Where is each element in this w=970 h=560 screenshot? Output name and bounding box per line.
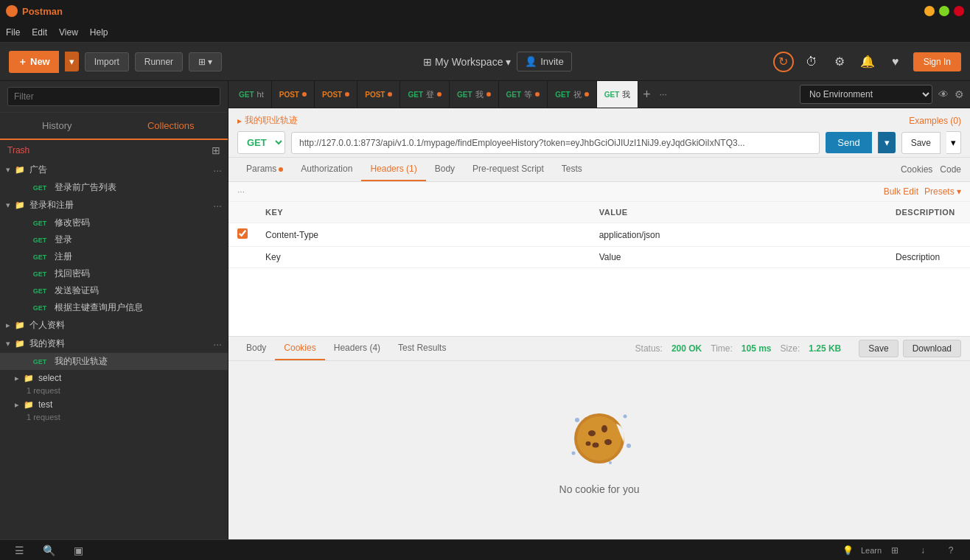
folder-login[interactable]: ▾ 📁 登录和注册 ···: [0, 196, 228, 214]
status-label: Status:: [635, 343, 663, 354]
close-button[interactable]: [954, 6, 964, 16]
response-tab-body[interactable]: Body: [237, 337, 275, 360]
value-cell-placeholder[interactable]: Value: [590, 247, 887, 268]
examples-link[interactable]: Examples (0): [909, 116, 961, 126]
layout-button[interactable]: ⊞ ▾: [189, 52, 222, 71]
tab-params[interactable]: Params: [237, 158, 292, 181]
tab-authorization[interactable]: Authorization: [292, 158, 361, 181]
notifications-button[interactable]: 🔔: [857, 52, 878, 72]
workspace-button[interactable]: ⊞ My Workspace ▾: [423, 56, 511, 68]
list-item[interactable]: GET 发送验证码: [0, 282, 228, 299]
tab-headers[interactable]: Headers (1): [361, 158, 425, 181]
row-checkbox[interactable]: [237, 228, 248, 239]
menu-edit[interactable]: Edit: [32, 27, 47, 38]
import-button[interactable]: Import: [85, 52, 129, 71]
send-dropdown-button[interactable]: ▾: [878, 132, 896, 153]
folder-ads[interactable]: ▾ 📁 广告 ···: [0, 161, 228, 179]
save-dropdown-button[interactable]: ▾: [946, 131, 961, 154]
search-input[interactable]: [7, 87, 220, 106]
folder-test[interactable]: ▸ 📁 test: [0, 396, 228, 413]
list-item[interactable]: GET 登录: [0, 231, 228, 248]
tab-method-label: GET: [555, 91, 571, 99]
new-dropdown-button[interactable]: ▾: [65, 52, 79, 71]
menu-file[interactable]: File: [6, 27, 20, 38]
trash-label[interactable]: Trash: [7, 145, 29, 155]
sidebar-toggle-button[interactable]: ☰: [9, 540, 29, 561]
presets-button[interactable]: Presets ▾: [924, 186, 961, 197]
tab-item[interactable]: GET 祝: [548, 81, 597, 108]
minimize-button[interactable]: [924, 6, 935, 16]
menu-help[interactable]: Help: [90, 27, 108, 38]
layout-icon[interactable]: ⊞: [884, 540, 905, 561]
help-icon[interactable]: ?: [941, 540, 961, 561]
folder-select[interactable]: ▸ 📁 select: [0, 370, 228, 386]
value-cell[interactable]: application/json: [590, 223, 887, 247]
response-save-button[interactable]: Save: [859, 340, 898, 357]
list-item-active[interactable]: GET 我的职业轨迹: [0, 353, 228, 370]
sign-in-button[interactable]: Sign In: [913, 52, 961, 71]
folder-personal[interactable]: ▸ 📁 个人资料: [0, 316, 228, 335]
url-input[interactable]: [291, 132, 820, 154]
tab-item[interactable]: POST: [315, 81, 357, 108]
tab-item[interactable]: GET 登: [400, 81, 450, 108]
tab-item[interactable]: POST: [272, 81, 315, 108]
tab-item[interactable]: GET 等: [499, 81, 548, 108]
history-button[interactable]: ⏱: [801, 52, 822, 72]
menu-view[interactable]: View: [59, 27, 78, 38]
tab-collections[interactable]: Collections: [114, 113, 228, 140]
response-download-button[interactable]: Download: [903, 340, 961, 357]
search-button[interactable]: 🔍: [38, 540, 59, 561]
toolbar: ＋ New ▾ Import Runner ⊞ ▾ ⊞ My Workspace…: [0, 43, 970, 81]
tab-item-active[interactable]: GET 我: [597, 81, 639, 108]
download-icon[interactable]: ↓: [913, 540, 933, 561]
favorites-button[interactable]: ♥: [885, 52, 906, 72]
code-link[interactable]: Code: [940, 164, 961, 175]
tab-item[interactable]: POST: [357, 81, 400, 108]
cookies-link[interactable]: Cookies: [901, 164, 932, 175]
settings-button[interactable]: ⚙: [829, 52, 850, 72]
sync-button[interactable]: ↻: [773, 52, 794, 72]
new-button[interactable]: ＋ New: [9, 51, 59, 73]
list-item[interactable]: GET 修改密码: [0, 214, 228, 231]
more-tabs-button[interactable]: ···: [655, 89, 671, 99]
response-tab-headers[interactable]: Headers (4): [325, 337, 389, 360]
env-eye-icon[interactable]: 👁: [938, 88, 949, 100]
invite-button[interactable]: 👤 Invite: [517, 52, 572, 71]
description-cell[interactable]: [887, 223, 970, 247]
list-item[interactable]: GET 注册: [0, 248, 228, 265]
key-cell-placeholder[interactable]: Key: [257, 247, 590, 268]
key-cell[interactable]: Content-Type: [257, 223, 590, 247]
response-tab-cookies[interactable]: Cookies: [275, 337, 324, 360]
folder-login-menu[interactable]: ···: [213, 200, 222, 211]
folder-myprofile-menu[interactable]: ···: [213, 338, 222, 350]
save-button[interactable]: Save: [901, 132, 941, 154]
add-collection-icon[interactable]: ⊞: [212, 144, 220, 156]
tab-body[interactable]: Body: [426, 158, 464, 181]
list-item[interactable]: GET 根据主键查询用户信息: [0, 299, 228, 316]
folder-myprofile[interactable]: ▾ 📁 我的资料 ···: [0, 335, 228, 353]
learn-label[interactable]: Learn: [865, 545, 877, 556]
th-dots-icon[interactable]: ···: [237, 186, 245, 197]
console-button[interactable]: ▣: [68, 540, 88, 561]
environment-select[interactable]: No Environment: [800, 85, 932, 104]
tab-history[interactable]: History: [0, 113, 114, 139]
tab-method-label: GET: [506, 91, 522, 99]
list-item[interactable]: GET 登录前广告列表: [0, 179, 228, 196]
tab-prerequest[interactable]: Pre-request Script: [464, 158, 553, 181]
learn-icon[interactable]: 💡: [837, 540, 858, 561]
runner-button[interactable]: Runner: [135, 52, 183, 71]
send-button[interactable]: Send: [826, 132, 871, 153]
method-select[interactable]: GET: [237, 131, 285, 154]
add-tab-button[interactable]: +: [638, 87, 655, 102]
tab-tests[interactable]: Tests: [553, 158, 591, 181]
tab-item[interactable]: GET ht: [231, 81, 272, 108]
list-item[interactable]: GET 找回密码: [0, 265, 228, 282]
bulk-edit-button[interactable]: Bulk Edit: [884, 186, 918, 197]
tab-item[interactable]: GET 我: [450, 81, 499, 108]
folder-ads-menu[interactable]: ···: [213, 164, 222, 176]
env-settings-icon[interactable]: ⚙: [955, 88, 964, 100]
response-tab-test-results[interactable]: Test Results: [389, 337, 455, 360]
desc-cell-placeholder[interactable]: Description: [887, 247, 970, 268]
th-key: KEY: [257, 202, 590, 223]
maximize-button[interactable]: [939, 6, 949, 16]
